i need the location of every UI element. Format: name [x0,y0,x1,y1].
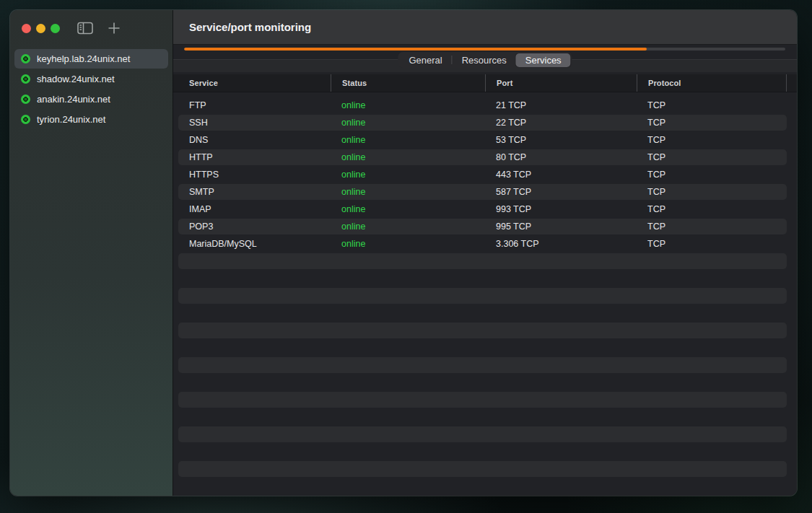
table-header: ServiceStatusPortProtocol [173,74,797,92]
table-row[interactable]: POP3online995 TCPTCP [178,219,787,234]
sidebar-item-server[interactable]: tyrion.24unix.net [14,110,168,129]
cell-port: 22 TCP [485,118,637,128]
cell-protocol: TCP [637,204,787,214]
cell-port: 443 TCP [485,170,637,180]
main-content: Service/port monitoring GeneralResources… [173,10,797,496]
table-row-empty [178,461,787,477]
sidebar-item-server[interactable]: shadow.24unix.net [14,69,168,89]
table-row[interactable]: IMAPonline993 TCPTCP [178,201,787,218]
server-name: keyhelp.lab.24unix.net [37,53,130,64]
sidebar-toggle-icon[interactable] [77,22,93,35]
table-row-empty [178,323,787,338]
window-controls [22,24,60,33]
view-tabs: GeneralResourcesServices [398,52,572,68]
monitoring-progress-bar [184,48,785,51]
progress-fill [184,48,647,51]
add-server-icon[interactable] [108,22,121,35]
table-row-empty [178,392,787,408]
minimize-window-button[interactable] [36,24,45,33]
sidebar: keyhelp.lab.24unix.netshadow.24unix.neta… [10,10,173,496]
tab-resources[interactable]: Resources [453,53,516,67]
table-row[interactable]: FTPonline21 TCPTCP [178,97,787,114]
cell-status: online [331,222,485,232]
zoom-window-button[interactable] [51,24,60,33]
table-row-empty [178,443,787,460]
tab-services[interactable]: Services [516,53,571,67]
cell-protocol: TCP [637,187,787,197]
sidebar-item-server[interactable]: keyhelp.lab.24unix.net [14,49,168,69]
cell-protocol: TCP [637,152,787,162]
cell-status: online [331,187,485,197]
server-status-icon [21,115,30,124]
column-header-service[interactable]: Service [178,74,331,92]
desktop-background: keyhelp.lab.24unix.netshadow.24unix.neta… [0,0,812,513]
table-row-empty [178,270,787,287]
content-header: Service/port monitoring [173,10,797,45]
table-row-empty [178,339,787,356]
cell-port: 995 TCP [485,222,637,232]
server-status-icon [21,54,30,63]
cell-status: online [331,204,485,214]
table-header-columns: ServiceStatusPortProtocol [178,74,797,92]
server-status-icon [21,95,30,104]
table-row[interactable]: HTTPSonline443 TCPTCP [178,166,787,183]
table-row-empty [178,288,787,304]
cell-service: HTTPS [178,170,331,180]
table-row[interactable]: SMTPonline587 TCPTCP [178,184,787,200]
cell-protocol: TCP [637,239,787,249]
cell-protocol: TCP [637,222,787,232]
table-row[interactable]: DNSonline53 TCPTCP [178,131,787,149]
cell-protocol: TCP [637,170,787,180]
cell-service: HTTP [178,152,331,162]
cell-service: SMTP [178,187,331,197]
cell-status: online [331,239,485,249]
cell-protocol: TCP [637,135,787,145]
column-header-port[interactable]: Port [485,74,637,92]
cell-service: DNS [178,135,331,145]
cell-port: 993 TCP [485,204,637,214]
column-header-status[interactable]: Status [331,74,485,92]
service-table-body: FTPonline21 TCPTCPSSHonline22 TCPTCPDNSo… [178,97,787,478]
cell-service: SSH [178,118,331,128]
table-row-empty [178,253,787,269]
table-row-empty [178,304,787,322]
cell-status: online [331,170,485,180]
cell-status: online [331,118,485,128]
close-window-button[interactable] [22,24,31,33]
table-row-empty [178,426,787,442]
cell-service: POP3 [178,222,331,232]
tab-general[interactable]: General [399,53,451,67]
server-name: shadow.24unix.net [37,74,115,84]
cell-port: 3.306 TCP [485,239,637,249]
column-header-protocol[interactable]: Protocol [637,74,787,92]
server-status-icon [21,74,30,84]
cell-port: 53 TCP [485,135,637,145]
cell-service: FTP [178,100,331,110]
cell-protocol: TCP [637,118,787,128]
cell-protocol: TCP [637,100,787,110]
table-row[interactable]: SSHonline22 TCPTCP [178,115,787,131]
cell-port: 80 TCP [485,152,637,162]
sidebar-item-server[interactable]: anakin.24unix.net [14,89,168,109]
table-row-empty [178,408,787,426]
table-row[interactable]: MariaDB/MySQLonline3.306 TCPTCP [178,235,787,253]
cell-port: 587 TCP [485,187,637,197]
app-window: keyhelp.lab.24unix.netshadow.24unix.neta… [10,10,797,496]
cell-status: online [331,152,485,162]
server-list: keyhelp.lab.24unix.netshadow.24unix.neta… [10,46,173,129]
server-name: anakin.24unix.net [37,94,110,105]
server-name: tyrion.24unix.net [37,114,105,125]
cell-status: online [331,100,485,110]
page-title: Service/port monitoring [189,21,311,33]
cell-status: online [331,135,485,145]
cell-service: MariaDB/MySQL [178,239,331,249]
table-row-empty [178,374,787,391]
table-row[interactable]: HTTPonline80 TCPTCP [178,149,787,165]
sidebar-toolbar [10,10,173,46]
table-row-empty [178,357,787,373]
cell-service: IMAP [178,204,331,214]
cell-port: 21 TCP [485,100,637,110]
